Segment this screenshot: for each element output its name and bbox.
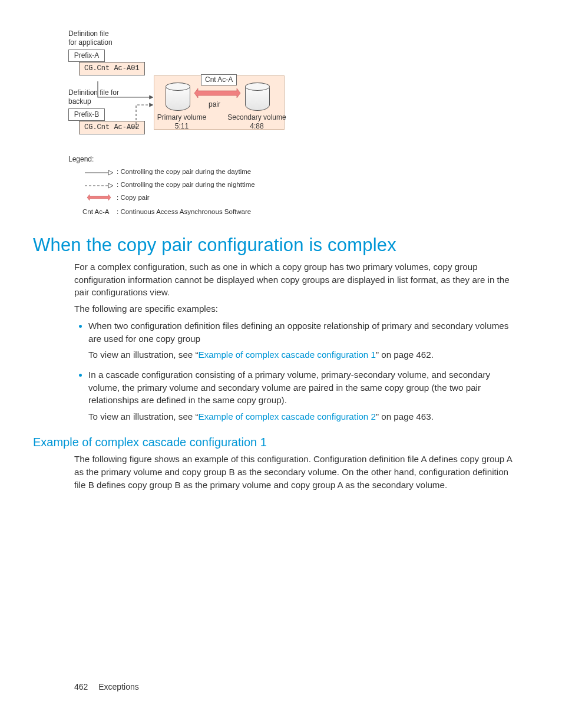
label-primary-volume: Primary volume 5:11 (157, 113, 207, 131)
file-a: CG.Cnt Ac-A01 (79, 62, 145, 75)
label-pair: pair (209, 100, 220, 109)
legend-row-3: : Copy pair (117, 193, 150, 202)
legend-key-4: Cnt Ac-A (82, 207, 109, 216)
page-footer: 462 Exceptions (74, 682, 139, 691)
label-def-file-app: Definition file for application (68, 29, 113, 47)
box-prefix-b: Prefix-B (68, 108, 105, 121)
list-item-sub-post: ” on page 463. (376, 411, 434, 421)
cnt-ac-label: Cnt Ac-A (201, 74, 237, 85)
heading-example1: Example of complex cascade configuration… (33, 436, 529, 449)
diagram: Definition file for application Prefix-A… (68, 29, 339, 224)
legend-row-2: : Controlling the copy pair during the n… (117, 180, 255, 189)
list-item-lead: When two configuration definition files … (88, 321, 508, 344)
list-item-sub-pre: To view an illustration, see “ (88, 411, 199, 421)
legend-key-3 (85, 193, 113, 203)
para-examples-intro: The following are specific examples: (74, 302, 514, 315)
file-b: CG.Cnt Ac-A02 (79, 121, 145, 134)
label-secondary-volume: Secondary volume 4:88 (227, 113, 286, 131)
box-prefix-a: Prefix-A (68, 50, 105, 62)
cylinder-secondary (245, 83, 270, 111)
list-item-lead: In a cascade configuration consisting of… (88, 370, 490, 405)
page-number: 462 (74, 682, 88, 691)
list-item-sub-pre: To view an illustration, see “ (88, 350, 199, 360)
example-list: When two configuration definition files … (74, 319, 514, 423)
section-name: Exceptions (98, 682, 138, 691)
legend-key-2 (85, 182, 113, 190)
legend-key-1 (85, 169, 113, 177)
label-def-file-backup: Definition file for backup (68, 88, 119, 106)
xref-link[interactable]: Example of complex cascade configuration… (199, 411, 376, 421)
xref-link[interactable]: Example of complex cascade configuration… (199, 350, 376, 360)
legend-row-1: : Controlling the copy pair during the d… (117, 167, 251, 176)
list-item: In a cascade configuration consisting of… (88, 368, 514, 423)
legend-row-4: : Continuous Access Asynchronous Softwar… (117, 207, 251, 216)
legend-title: Legend: (68, 155, 94, 164)
cylinder-primary (166, 83, 190, 111)
heading-main: When the copy pair configuration is comp… (33, 235, 529, 256)
list-item: When two configuration definition files … (88, 319, 514, 361)
list-item-sub-post: ” on page 462. (376, 350, 434, 360)
para-example1: The following figure shows an example of… (74, 453, 514, 491)
para-intro: For a complex configuration, such as one… (74, 261, 514, 299)
